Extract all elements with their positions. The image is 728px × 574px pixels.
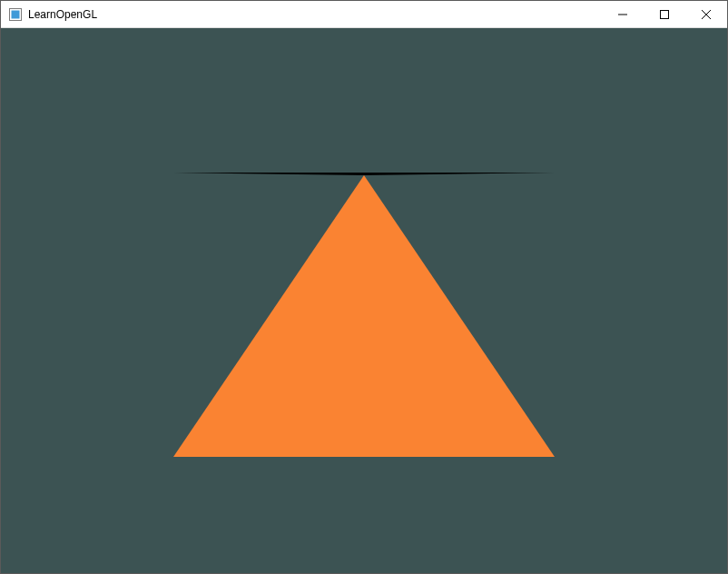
svg-rect-1 (12, 10, 20, 18)
maximize-button[interactable] (644, 1, 685, 27)
svg-rect-3 (661, 10, 669, 18)
window-controls (602, 1, 727, 27)
close-icon (702, 10, 711, 19)
opengl-viewport (1, 28, 727, 573)
window-titlebar[interactable]: LearnOpenGL (1, 1, 727, 28)
window-title: LearnOpenGL (28, 1, 97, 28)
minimize-icon (618, 10, 627, 19)
rendered-triangle (173, 173, 555, 457)
app-icon (8, 7, 23, 22)
client-area (1, 28, 727, 573)
maximize-icon (660, 10, 669, 19)
close-button[interactable] (685, 1, 727, 27)
minimize-button[interactable] (602, 1, 644, 27)
